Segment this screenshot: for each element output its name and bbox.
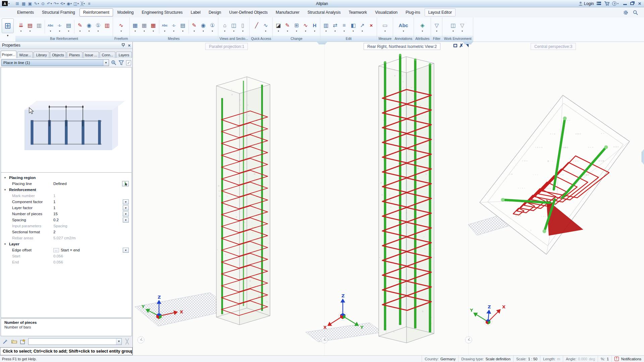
status-angle[interactable]: Angle:0.000deg [563, 356, 598, 362]
menu-visualization[interactable]: Visualization [371, 8, 401, 16]
profile-icon[interactable]: H▾ [310, 21, 319, 33]
collapse-toolbar-icon[interactable]: ≡ [86, 1, 92, 7]
place-bar-icon[interactable]: ⇊▾ [16, 21, 25, 33]
place-mesh-icon[interactable]: ▦▾ [131, 21, 140, 33]
favorite-dropdown-icon[interactable]: ▼ [116, 339, 121, 345]
layout-window-icon[interactable]: ◫▾ [448, 21, 458, 33]
menu-elements[interactable]: Elements [13, 8, 38, 16]
viewport-maximize-button[interactable] [453, 44, 457, 47]
apply-checkbox-icon[interactable]: ✓ [126, 60, 131, 65]
panel-tab-layers[interactable]: Layers [116, 52, 132, 58]
panel-tab-objects[interactable]: Objects [50, 52, 66, 58]
menu-reinforcement[interactable]: Reinforcement [79, 8, 113, 16]
favorite-input[interactable]: ▼ [28, 338, 122, 345]
property-value[interactable]: 2 [53, 230, 122, 234]
tools-icon[interactable]: ╳▾ [80, 1, 86, 7]
status-drawing-type[interactable]: Drawing type:Scale definition [458, 356, 513, 362]
panel-close-icon[interactable]: × [128, 44, 130, 47]
filter-line-icon[interactable]: ▽▾ [458, 21, 467, 33]
undo-icon[interactable]: ↶▾ [46, 1, 53, 7]
edit-page-icon[interactable]: ✎▾ [34, 1, 40, 7]
move-icon[interactable]: ⇄▾ [330, 21, 339, 33]
array-icon[interactable]: ▥▾ [321, 21, 330, 33]
property-value[interactable]: ↔Start = end [53, 248, 122, 252]
status-notifications[interactable]: !Notifications [611, 356, 644, 362]
menu-user-defined-objects[interactable]: User-Defined Objects [225, 8, 271, 16]
help-button[interactable]: ? ▾ [612, 1, 619, 6]
dropdown-button[interactable]: ▼ [123, 218, 129, 223]
status-scale[interactable]: Scale:1 : 50 [513, 356, 540, 362]
pin-icon[interactable] [121, 43, 125, 47]
panel-tab-proper[interactable]: Proper... [1, 51, 16, 58]
bar-renumber-icon[interactable]: ①▾ [94, 21, 103, 33]
menu-label[interactable]: Label [187, 8, 204, 16]
visibility-icon[interactable]: ◉▾ [66, 1, 72, 7]
redo-icon[interactable]: ↷▾ [53, 1, 59, 7]
filter-icon[interactable]: ▽▾ [432, 21, 441, 33]
property-value[interactable]: 1 [53, 206, 122, 210]
viewport-tab-1[interactable]: Parallel projection:1 [205, 43, 248, 50]
edit-pen-icon[interactable]: ✎▾ [283, 21, 292, 33]
menu-plug-ins[interactable]: Plug-ins [402, 8, 424, 16]
measure-icon[interactable]: ▭▾ [380, 21, 389, 33]
viewport-tab-2[interactable]: Rear Right, Northeast Isometric View:2 [364, 43, 440, 50]
stretch-icon[interactable]: ∿▾ [301, 21, 310, 33]
erase-icon[interactable]: ◪▾ [274, 21, 283, 33]
panel-tab-planes[interactable]: Planes [67, 52, 83, 58]
repeat-icon[interactable]: ⟲▾ [59, 1, 66, 7]
save-favorite-icon[interactable] [19, 339, 26, 345]
bar-label-icon[interactable]: Abc▾ [46, 21, 55, 33]
connect-icon[interactable] [596, 1, 601, 6]
copy-icon[interactable]: ↗▾ [358, 21, 367, 33]
bar-mark-icon[interactable]: -1-▾ [55, 21, 64, 33]
project-icon[interactable]: ⊞ [14, 1, 20, 7]
viewport-close-button[interactable]: ✗ [459, 44, 464, 47]
save-icon[interactable]: ▣ [27, 1, 33, 7]
filter-funnel-icon[interactable] [119, 60, 124, 65]
dropdown-button[interactable]: ▼ [123, 212, 129, 217]
shop-cart-icon[interactable] [604, 1, 609, 6]
login-button[interactable]: Login [578, 1, 594, 6]
menu-manufacturer[interactable]: Manufacturer [272, 8, 303, 16]
modify-mesh-icon[interactable]: ✎▾ [190, 21, 199, 33]
close-button[interactable]: ✕ [637, 1, 642, 6]
collapse-chevron-icon[interactable]: ▾ [1, 176, 9, 179]
ribbon-main-button[interactable]: ⊞ [2, 18, 14, 33]
search-icon[interactable] [633, 10, 638, 15]
status-percent[interactable]: %:1 [598, 356, 611, 362]
delete-icon[interactable]: × [367, 21, 376, 33]
spline-icon[interactable]: ∿▾ [261, 21, 270, 33]
freeform-bar-icon[interactable]: ∿▾ [117, 21, 126, 33]
dropdown-button[interactable]: ▼ [123, 205, 129, 210]
panel-tab-library[interactable]: Library [34, 52, 49, 58]
calculator-icon[interactable]: ▦ [21, 1, 27, 7]
pick-properties-icon[interactable] [2, 339, 9, 345]
mesh-area-icon[interactable]: ▦▾ [140, 21, 149, 33]
align-icon[interactable]: ≡▾ [339, 21, 348, 33]
mesh-mark-icon[interactable]: -1-▾ [169, 21, 178, 33]
placement-preview[interactable] [1, 67, 132, 173]
bar-set-icon[interactable]: ▥ [35, 21, 44, 33]
dropdown-button[interactable]: ▼ [123, 199, 129, 204]
menu-teamwork[interactable]: Teamwork [345, 8, 371, 16]
menu-engineering-structures[interactable]: Engineering Structures [138, 8, 186, 16]
property-value[interactable]: Defined [53, 182, 122, 186]
mesh-display-icon[interactable]: ◉▾ [199, 21, 208, 33]
place-bar-series-icon[interactable]: ▤▾ [25, 21, 35, 33]
annotation-icon[interactable]: Abc▾ [399, 21, 408, 33]
modify-bar-icon[interactable]: ✎▾ [75, 21, 85, 33]
bar-schema-icon[interactable]: ▤▾ [64, 21, 73, 33]
restore-button[interactable] [630, 2, 634, 5]
menu-structural-framing[interactable]: Structural Framing [38, 8, 79, 16]
panel-tab-issue[interactable]: Issue ... [83, 52, 99, 58]
menu-modeling[interactable]: Modeling [114, 8, 138, 16]
attributes-icon[interactable]: ◈▾ [418, 21, 427, 33]
combobox-dropdown-icon[interactable]: ▼ [103, 60, 109, 66]
bar-display-icon[interactable]: ◉▾ [85, 21, 94, 33]
mirror-icon[interactable]: ◧▾ [348, 21, 358, 33]
logo-dropdown-icon[interactable]: ▾ [8, 2, 10, 5]
panel-tab-wizar[interactable]: Wizar... [17, 52, 33, 58]
edit-points-icon[interactable]: ⊞▾ [292, 21, 301, 33]
allplan-logo-icon[interactable]: A [2, 1, 8, 6]
mesh-label-icon[interactable]: Abc▾ [160, 21, 169, 33]
